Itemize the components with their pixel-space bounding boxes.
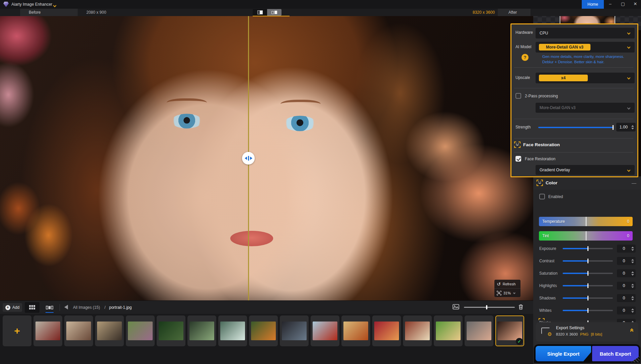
filmstrip-view-button[interactable] <box>42 302 57 313</box>
thumbnail-classic-car[interactable] <box>33 315 62 346</box>
zoom-control[interactable]: 31% <box>494 288 520 297</box>
compare-split-handle[interactable] <box>242 152 255 165</box>
batch-export-button[interactable]: Batch Export <box>592 346 639 361</box>
export-settings-meta: 8320 X 3600 PNG [8 bits] <box>556 332 602 336</box>
zoom-level: 31% <box>503 291 511 295</box>
thumbnail-boy[interactable] <box>249 315 278 346</box>
saturation-slider[interactable] <box>563 273 613 274</box>
single-export-button[interactable]: Single Export <box>536 346 591 361</box>
strength-slider[interactable] <box>538 127 614 128</box>
exposure-row: Exposure 0 <box>539 245 636 252</box>
strength-value-box[interactable]: 1.00 <box>616 123 636 131</box>
temperature-value: 0 <box>627 219 629 224</box>
thumbnail-living-room[interactable] <box>64 315 93 346</box>
close-button[interactable]: ✕ <box>630 0 641 9</box>
face-mode-dropdown[interactable]: Gradient Overlay <box>536 165 635 175</box>
contrast-value-box[interactable]: 0 <box>617 257 636 265</box>
upscale-dropdown[interactable]: x4 <box>536 73 635 83</box>
thumbnail-black-dog[interactable] <box>280 315 309 346</box>
thumbnail-golden-puppies[interactable] <box>434 315 463 346</box>
contrast-slider[interactable] <box>563 260 613 262</box>
collapse-section-button[interactable]: — <box>632 180 636 186</box>
two-pass-model-dropdown[interactable]: More-Detail GAN v3 <box>536 103 635 113</box>
strength-stepper[interactable] <box>631 125 636 129</box>
view-mode-toggle[interactable] <box>253 9 282 16</box>
color-enabled-checkbox[interactable] <box>539 194 545 199</box>
highlights-row: Highlights 0 <box>539 282 636 289</box>
ai-model-dropdown[interactable]: More-Detail GAN v3 <box>536 42 635 53</box>
before-side-overlay <box>0 16 248 314</box>
whites-row: Whites 0 <box>539 307 636 314</box>
side-by-side-view-button[interactable] <box>267 9 282 16</box>
compare-toolbar: Before 2080 x 900 8320 x 3600 After <box>0 9 641 16</box>
highlights-slider[interactable] <box>563 285 613 286</box>
split-view-button[interactable] <box>253 9 267 16</box>
step-down-icon <box>631 128 634 129</box>
strength-label: Strength <box>515 125 531 129</box>
minimize-button[interactable]: – <box>605 0 616 9</box>
thumbnail-wedding[interactable] <box>95 315 124 346</box>
export-settings-card[interactable]: ⚙ Export Settings 8320 X 3600 PNG [8 bit… <box>536 322 638 342</box>
thumbnail-woman-red-flowers[interactable] <box>372 315 401 346</box>
color-section-header: Color <box>537 180 557 186</box>
plus-icon: + <box>5 305 10 310</box>
breadcrumb-separator: / <box>104 305 105 310</box>
saturation-value-box[interactable]: 0 <box>617 269 636 277</box>
split-view-icon <box>257 10 263 14</box>
app-title: Aiarty Image Enhancer <box>11 2 52 7</box>
expand-export-settings-icon[interactable] <box>631 329 633 333</box>
export-bit-depth: [8 bits] <box>591 332 602 336</box>
thumbnail-portrait-1-selected[interactable]: ✓ <box>495 315 524 346</box>
thumbnail-fantasy-blonde[interactable] <box>403 315 432 346</box>
hardware-dropdown[interactable]: CPU <box>536 28 635 38</box>
compare-split-line[interactable] <box>248 16 249 314</box>
thumbnail-size-slider-thumb[interactable] <box>486 305 487 309</box>
trash-icon[interactable] <box>518 304 524 311</box>
grid-view-button[interactable] <box>25 302 39 313</box>
thumbnail-white-bird[interactable] <box>218 315 247 346</box>
thumbnail-child-stroller[interactable] <box>126 315 155 346</box>
app-menu-chevron-icon[interactable] <box>54 3 56 8</box>
back-arrow-icon[interactable] <box>64 305 68 309</box>
breadcrumb-all-images[interactable]: All Images (15) <box>73 305 100 310</box>
processed-check-icon: ✓ <box>516 338 523 345</box>
refresh-button[interactable]: ↺ Refresh <box>494 280 520 288</box>
add-images-button[interactable]: + Add <box>3 303 22 312</box>
face-restoration-checkbox[interactable] <box>515 156 521 162</box>
home-button[interactable]: Home <box>582 0 604 9</box>
thumbnail-smiling-brunette[interactable] <box>465 315 493 346</box>
exposure-value-box[interactable]: 0 <box>617 245 636 253</box>
thumbnail-add-tile[interactable]: + <box>3 315 31 346</box>
portrait-right-brow <box>281 100 321 108</box>
maximize-button[interactable]: ▢ <box>617 0 629 9</box>
refresh-label: Refresh <box>503 282 516 286</box>
portrait-right-eye <box>284 116 316 131</box>
split-arrow-left-icon <box>245 157 247 160</box>
thumbnail-jungle-bird[interactable] <box>157 315 185 346</box>
tint-marker <box>586 231 586 241</box>
clipped-section-icon <box>539 318 545 322</box>
thumbnail-red-truck[interactable] <box>311 315 339 346</box>
shadows-slider[interactable] <box>563 297 613 299</box>
adjustments-panel: Color — Enabled Temperature 0 Tint 0 Exp… <box>533 176 641 364</box>
two-pass-label: 2-Pass processing <box>525 94 558 98</box>
two-pass-checkbox[interactable] <box>515 93 521 99</box>
shadows-value-box[interactable]: 0 <box>617 294 636 302</box>
thumbnail-fox-painting[interactable] <box>341 315 370 346</box>
breadcrumb-current-file: portrait-1.jpg <box>109 305 132 310</box>
saturation-row: Saturation 0 <box>539 270 636 277</box>
tint-slider[interactable]: Tint 0 <box>539 231 633 241</box>
shadows-row: Shadows 0 <box>539 294 636 302</box>
chevron-down-icon <box>627 106 631 110</box>
help-icon[interactable]: ? <box>522 54 529 61</box>
thumbnail-size-slider[interactable] <box>464 307 515 308</box>
thumbnail-size-icon <box>453 304 459 310</box>
whites-slider[interactable] <box>563 310 613 311</box>
viewer-controls: ↺ Refresh 31% <box>494 280 520 297</box>
whites-value-box[interactable]: 0 <box>617 306 636 314</box>
temperature-slider[interactable]: Temperature 0 <box>539 217 633 226</box>
exposure-slider[interactable] <box>563 248 613 249</box>
thumbnail-bird-branch[interactable] <box>187 315 216 346</box>
library-toolbar: + Add All Images (15) / portrait-1.jpg <box>0 300 533 314</box>
highlights-value-box[interactable]: 0 <box>617 282 636 290</box>
